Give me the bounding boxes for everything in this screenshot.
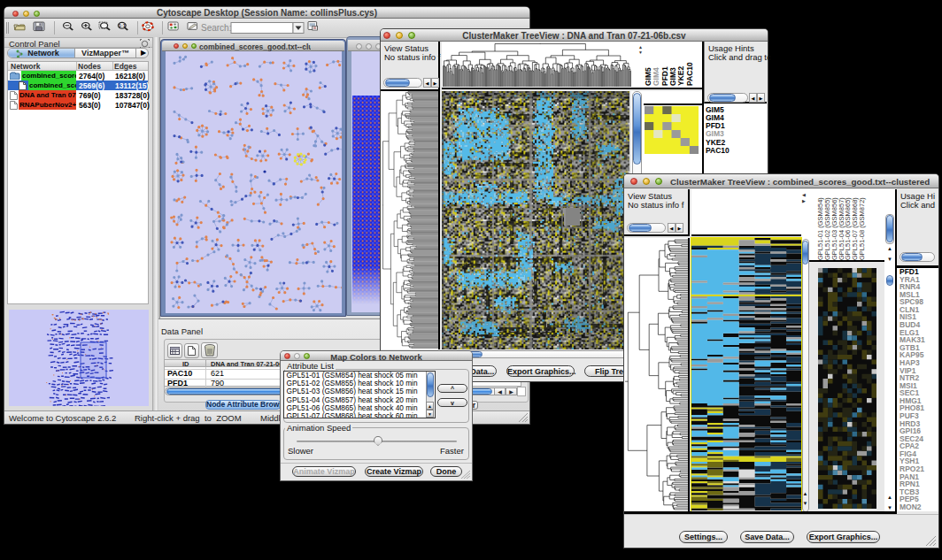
svg-text:GPL51-08 (GSM872): GPL51-08 (GSM872) [858,197,866,260]
svg-text:Search:: Search: [201,23,231,33]
svg-text:1:1: 1:1 [119,23,126,27]
svg-text:PAC10: PAC10 [685,62,694,86]
